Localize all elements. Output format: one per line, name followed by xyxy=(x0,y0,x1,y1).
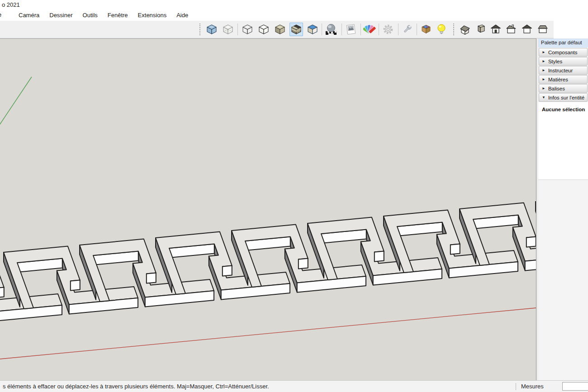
tray-section-infossurlentit[interactable]: ▼Infos sur l'entité xyxy=(539,93,588,102)
settings-gear-icon[interactable] xyxy=(381,23,395,36)
default-tray-panel: Palette par défaut ►Composants►Styles►In… xyxy=(538,38,588,380)
entity-info-body: Aucune sélection xyxy=(538,102,588,180)
chevron-right-icon: ► xyxy=(542,77,545,81)
shaded-mode-icon[interactable] xyxy=(273,23,287,36)
image-icon[interactable] xyxy=(344,23,358,36)
sketchup-window: o 2021 e CaméraDessinerOutilsFenêtreExte… xyxy=(0,0,588,392)
toolbar-separator xyxy=(417,24,417,35)
iso-view-icon[interactable] xyxy=(458,23,472,36)
toolbar-grip[interactable] xyxy=(199,24,201,35)
photo-textures-sphere-icon[interactable] xyxy=(324,23,338,36)
chevron-right-icon: ► xyxy=(542,86,545,90)
components-box-icon[interactable] xyxy=(419,23,433,36)
tray-section-label: Composants xyxy=(548,50,578,55)
menu-fentre[interactable]: Fenêtre xyxy=(103,10,133,21)
status-hint: s éléments à effacer ou déplacez-les à t… xyxy=(3,383,269,390)
meander-front-face xyxy=(375,251,384,262)
toolbar-separator xyxy=(341,24,342,35)
window-title: o 2021 xyxy=(2,1,20,8)
menu-outils[interactable]: Outils xyxy=(78,10,103,21)
viewport-ground xyxy=(0,39,536,381)
meander-front-face xyxy=(223,266,232,276)
shaded-textures-mode-icon[interactable] xyxy=(289,23,303,36)
toolbar-grip[interactable] xyxy=(453,24,455,35)
toolbar-separator xyxy=(237,24,238,35)
menubar-items: CaméraDessinerOutilsFenêtreExtensionsAid… xyxy=(14,10,193,21)
tray-section-instructeur[interactable]: ►Instructeur xyxy=(539,66,588,75)
measurements-separator xyxy=(516,383,516,390)
colors-fan-icon[interactable] xyxy=(363,23,376,36)
tray-title: Palette par défaut xyxy=(538,38,588,47)
tray-section-label: Infos sur l'entité xyxy=(548,95,584,100)
tray-section-label: Instructeur xyxy=(548,68,573,73)
menu-aide[interactable]: Aide xyxy=(171,10,193,21)
menu-camra[interactable]: Caméra xyxy=(14,10,44,21)
menu-bar: e CaméraDessinerOutilsFenêtreExtensionsA… xyxy=(0,10,588,21)
menu-dessiner[interactable]: Dessiner xyxy=(44,10,77,21)
tray-section-label: Styles xyxy=(548,59,562,64)
chevron-right-icon: ► xyxy=(542,50,545,54)
measurements-input[interactable] xyxy=(562,382,588,391)
back-view-icon[interactable] xyxy=(520,23,534,36)
meander-front-face xyxy=(526,237,536,247)
tray-section-label: Matières xyxy=(548,77,568,82)
wireframe-mode-icon[interactable] xyxy=(241,23,254,36)
tray-section-balises[interactable]: ►Balises xyxy=(539,84,588,93)
tray-section-styles[interactable]: ►Styles xyxy=(539,57,588,66)
meander-front-face xyxy=(299,259,308,269)
toolbar-separator xyxy=(398,24,398,35)
tray-section-composants[interactable]: ►Composants xyxy=(539,48,588,57)
title-bar: o 2021 xyxy=(0,0,588,10)
chevron-right-icon: ► xyxy=(542,68,545,72)
chevron-down-icon: ▼ xyxy=(542,95,545,99)
monochrome-mode-icon[interactable] xyxy=(306,23,319,36)
back-edges-mode-icon[interactable] xyxy=(221,23,235,36)
hidden-line-mode-icon[interactable] xyxy=(257,23,270,36)
tray-section-label: Balises xyxy=(548,86,565,91)
meander-front-face xyxy=(147,273,156,283)
meander-front-face xyxy=(450,244,460,255)
entity-info-message: Aucune sélection xyxy=(538,102,588,112)
tools-wrench-icon[interactable] xyxy=(400,23,414,36)
toolbar xyxy=(0,21,588,38)
tray-section-matires[interactable]: ►Matières xyxy=(539,75,588,84)
meander-front-face xyxy=(0,288,4,298)
viewport[interactable] xyxy=(0,38,536,380)
ideas-bulb-icon[interactable] xyxy=(435,23,448,36)
tray-sections: ►Composants►Styles►Instructeur►Matières►… xyxy=(538,48,588,102)
front-view-icon[interactable] xyxy=(489,23,503,36)
toolbar-separator xyxy=(322,24,322,35)
chevron-right-icon: ► xyxy=(542,59,545,63)
toolbar-separator xyxy=(360,24,361,35)
toolbar-separator xyxy=(379,24,379,35)
measurements-label: Mesures xyxy=(521,383,544,390)
top-view-icon[interactable] xyxy=(474,23,488,36)
viewport-canvas[interactable] xyxy=(0,39,536,381)
right-view-icon[interactable] xyxy=(504,23,518,36)
meander-front-face xyxy=(71,280,80,291)
status-bar: s éléments à effacer ou déplacez-les à t… xyxy=(0,380,588,392)
menu-fragment: e xyxy=(0,11,1,18)
left-view-icon[interactable] xyxy=(536,23,550,36)
menu-extensions[interactable]: Extensions xyxy=(133,10,172,21)
xray-mode-icon[interactable] xyxy=(205,23,218,36)
